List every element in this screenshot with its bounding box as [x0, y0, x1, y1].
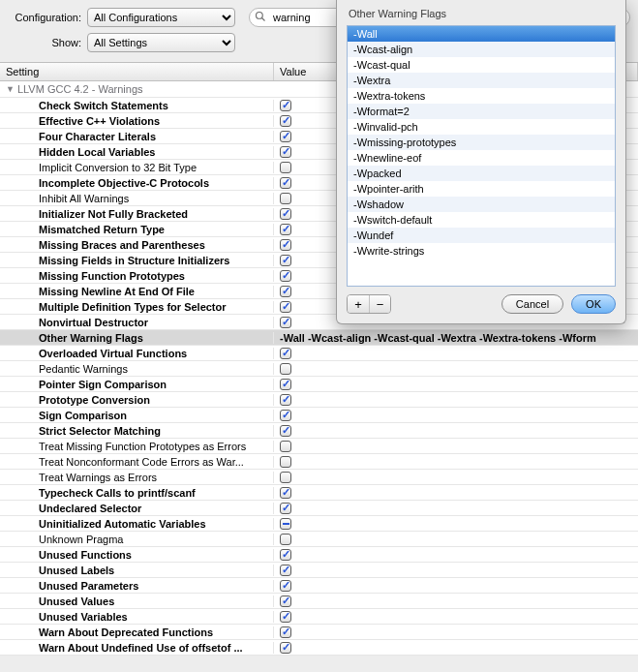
setting-label: Treat Warnings as Errors: [39, 472, 157, 483]
flag-item[interactable]: -Wformat=2: [348, 104, 615, 119]
setting-label: Missing Braces and Parentheses: [39, 239, 205, 251]
cancel-button[interactable]: Cancel: [501, 294, 563, 314]
value-checkbox[interactable]: [280, 472, 291, 483]
value-checkbox[interactable]: [280, 596, 291, 607]
value-checkbox[interactable]: [280, 100, 291, 111]
setting-label: Effective C++ Violations: [39, 115, 160, 127]
flag-item[interactable]: -Winvalid-pch: [348, 119, 615, 135]
table-row[interactable]: Unused Values: [0, 594, 638, 609]
setting-label: Missing Fields in Structure Initializers: [39, 255, 229, 266]
ok-button[interactable]: OK: [571, 294, 616, 314]
value-checkbox[interactable]: [280, 441, 291, 452]
add-remove-stepper: + −: [347, 294, 391, 314]
table-row[interactable]: Unused Labels: [0, 563, 638, 578]
value-checkbox[interactable]: [280, 611, 291, 623]
value-checkbox[interactable]: [280, 348, 291, 359]
flag-item[interactable]: -Wextra-tokens: [348, 88, 615, 104]
value-checkbox[interactable]: [280, 487, 291, 499]
setting-label: Treat Missing Function Prototypes as Err…: [39, 441, 246, 452]
column-header-setting[interactable]: Setting: [0, 63, 274, 80]
value-checkbox[interactable]: [280, 363, 291, 375]
value-checkbox[interactable]: [280, 115, 291, 127]
flag-item[interactable]: -Wmissing-prototypes: [348, 135, 615, 150]
table-row[interactable]: Prototype Conversion: [0, 392, 638, 408]
table-row[interactable]: Unknown Pragma: [0, 532, 638, 547]
setting-label: Treat Nonconformant Code Errors as War..…: [39, 456, 244, 468]
setting-label: Unknown Pragma: [39, 534, 123, 545]
table-row[interactable]: Uninitialized Automatic Variables: [0, 516, 638, 532]
table-row[interactable]: Treat Nonconformant Code Errors as War..…: [0, 454, 638, 470]
value-checkbox[interactable]: [280, 518, 291, 530]
value-checkbox[interactable]: [280, 255, 291, 266]
table-row[interactable]: Undeclared Selector: [0, 501, 638, 516]
flag-item[interactable]: -Wwrite-strings: [348, 243, 615, 259]
table-row[interactable]: Pointer Sign Comparison: [0, 377, 638, 392]
setting-label: Unused Labels: [39, 565, 114, 576]
value-checkbox[interactable]: [280, 224, 291, 235]
flag-item[interactable]: -Wundef: [348, 228, 615, 243]
setting-label: Incomplete Objective-C Protocols: [39, 177, 209, 189]
table-row[interactable]: Overloaded Virtual Functions: [0, 346, 638, 361]
value-checkbox[interactable]: [280, 534, 291, 545]
value-checkbox[interactable]: [280, 580, 291, 592]
value-checkbox[interactable]: [280, 286, 291, 297]
value-checkbox[interactable]: [280, 565, 291, 576]
table-row[interactable]: Treat Missing Function Prototypes as Err…: [0, 439, 638, 454]
value-checkbox[interactable]: [280, 270, 291, 282]
table-row[interactable]: Unused Functions: [0, 547, 638, 563]
flag-list[interactable]: -Wall-Wcast-align-Wcast-qual-Wextra-Wext…: [347, 25, 616, 287]
flag-item[interactable]: -Wswitch-default: [348, 212, 615, 228]
configuration-select[interactable]: All Configurations: [87, 8, 235, 27]
table-row[interactable]: Warn About Deprecated Functions: [0, 625, 638, 640]
flag-item[interactable]: -Wshadow: [348, 197, 615, 212]
setting-label: Hidden Local Variables: [39, 146, 155, 158]
flag-item[interactable]: -Wpointer-arith: [348, 181, 615, 197]
value-checkbox[interactable]: [280, 503, 291, 514]
flag-item[interactable]: -Wcast-qual: [348, 57, 615, 73]
value-checkbox[interactable]: [280, 317, 291, 328]
value-checkbox[interactable]: [280, 239, 291, 251]
show-select[interactable]: All Settings: [87, 33, 235, 52]
value-checkbox[interactable]: [280, 131, 291, 142]
setting-label: Mismatched Return Type: [39, 224, 165, 235]
value-checkbox[interactable]: [280, 626, 291, 638]
table-row[interactable]: Other Warning Flags-Wall -Wcast-align -W…: [0, 330, 638, 346]
remove-button[interactable]: −: [369, 295, 390, 313]
flag-item[interactable]: -Wcast-align: [348, 42, 615, 57]
value-checkbox[interactable]: [280, 379, 291, 390]
setting-label: Strict Selector Matching: [39, 425, 161, 437]
table-row[interactable]: Warn About Undefined Use of offsetof ...: [0, 640, 638, 656]
setting-label: Typecheck Calls to printf/scanf: [39, 487, 196, 499]
value-checkbox[interactable]: [280, 193, 291, 204]
setting-label: Undeclared Selector: [39, 503, 141, 514]
flag-item[interactable]: -Wall: [348, 26, 615, 42]
value-checkbox[interactable]: [280, 456, 291, 468]
add-button[interactable]: +: [348, 295, 369, 313]
table-row[interactable]: Unused Variables: [0, 609, 638, 625]
value-checkbox[interactable]: [280, 425, 291, 437]
flag-item[interactable]: -Wpacked: [348, 166, 615, 181]
value-checkbox[interactable]: [280, 146, 291, 158]
value-checkbox[interactable]: [280, 410, 291, 421]
setting-label: Check Switch Statements: [39, 100, 168, 111]
value-checkbox[interactable]: [280, 162, 291, 173]
flag-item[interactable]: -Wextra: [348, 73, 615, 88]
value-checkbox[interactable]: [280, 549, 291, 561]
table-row[interactable]: Treat Warnings as Errors: [0, 470, 638, 485]
table-row[interactable]: Strict Selector Matching: [0, 423, 638, 439]
value-checkbox[interactable]: [280, 177, 291, 189]
table-row[interactable]: Typecheck Calls to printf/scanf: [0, 485, 638, 501]
setting-label: Nonvirtual Destructor: [39, 317, 148, 328]
table-row[interactable]: Unused Parameters: [0, 578, 638, 594]
value-checkbox[interactable]: [280, 208, 291, 220]
table-row[interactable]: Pedantic Warnings: [0, 361, 638, 377]
value-checkbox[interactable]: [280, 394, 291, 406]
setting-label: Implicit Conversion to 32 Bit Type: [39, 162, 197, 173]
value-checkbox[interactable]: [280, 642, 291, 654]
disclosure-triangle-icon[interactable]: ▼: [6, 84, 15, 94]
group-label: LLVM GCC 4.2 - Warnings: [17, 83, 143, 95]
flag-item[interactable]: -Wnewline-eof: [348, 150, 615, 166]
setting-label: Unused Variables: [39, 611, 128, 623]
value-checkbox[interactable]: [280, 301, 291, 313]
table-row[interactable]: Sign Comparison: [0, 408, 638, 423]
